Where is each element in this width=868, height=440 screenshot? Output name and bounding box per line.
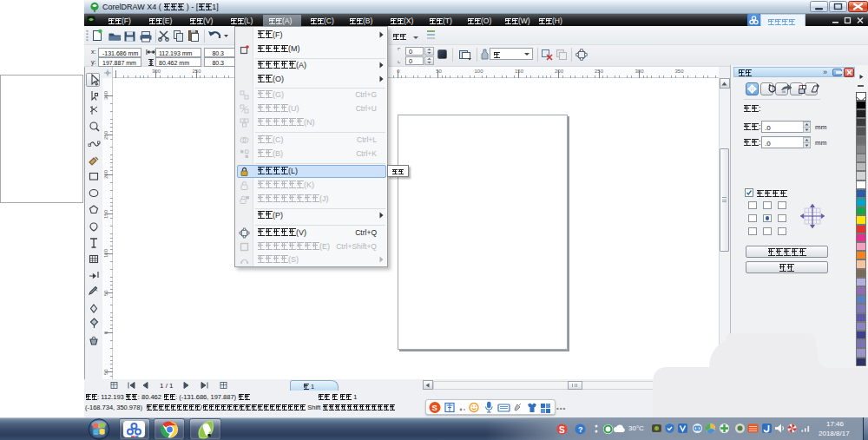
- svg-text:S: S: [432, 403, 437, 412]
- svg-text:?: ?: [578, 425, 583, 434]
- svg-text:S: S: [559, 425, 565, 435]
- svg-text:1 / 1: 1 / 1: [160, 382, 174, 390]
